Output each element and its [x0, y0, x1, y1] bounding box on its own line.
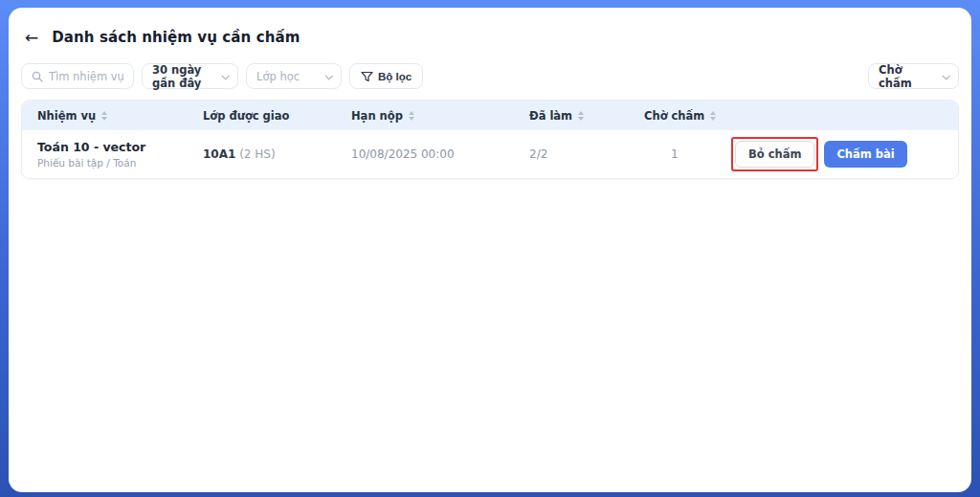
chevron-down-icon [324, 72, 332, 79]
status-select[interactable]: Chờ chấm [868, 63, 959, 89]
table-header-row: Nhiệm vụ Lớp được giao Hạn nộp Đã làm Ch… [22, 101, 958, 130]
class-cell: 10A1 (2 HS) [203, 147, 351, 161]
date-range-select[interactable]: 30 ngày gần đây [142, 63, 238, 89]
column-header-done[interactable]: Đã làm [529, 109, 644, 123]
done-value: 2/2 [529, 147, 644, 161]
filter-bar: 30 ngày gần đây Lớp học Bộ lọc Chờ chấm [21, 63, 959, 89]
filter-button[interactable]: Bộ lọc [349, 63, 423, 89]
pending-value: 1 [644, 147, 729, 161]
filter-button-label: Bộ lọc [378, 71, 412, 82]
click-annotation-box: Bỏ chấm [731, 137, 818, 171]
due-date-value: 10/08/2025 00:00 [351, 147, 529, 161]
task-table: Nhiệm vụ Lớp được giao Hạn nộp Đã làm Ch… [21, 100, 959, 179]
task-cell: Toán 10 - vector Phiếu bài tập / Toán [22, 140, 203, 169]
task-subtitle: Phiếu bài tập / Toán [37, 157, 203, 169]
column-header-label: Đã làm [529, 109, 572, 123]
remove-grading-button[interactable]: Bỏ chấm [735, 141, 814, 168]
column-header-label: Hạn nộp [351, 109, 403, 123]
back-arrow-icon[interactable]: ← [25, 30, 38, 46]
search-icon [32, 71, 43, 82]
sort-icon[interactable] [101, 111, 107, 121]
column-header-label: Nhiệm vụ [37, 109, 96, 123]
class-select[interactable]: Lớp học [246, 63, 342, 89]
chevron-down-icon [221, 72, 229, 79]
status-select-value: Chờ chấm [879, 63, 937, 90]
funnel-icon [361, 71, 373, 82]
row-actions: Bỏ chấm Chấm bài [729, 137, 958, 171]
class-size: (2 HS) [239, 147, 275, 161]
date-range-value: 30 ngày gần đây [152, 63, 216, 90]
grade-button[interactable]: Chấm bài [824, 141, 906, 168]
sort-icon[interactable] [710, 111, 716, 121]
column-header-label: Lớp được giao [203, 109, 289, 123]
column-header-due-date[interactable]: Hạn nộp [351, 109, 529, 123]
chevron-down-icon [942, 72, 949, 79]
column-header-class: Lớp được giao [203, 109, 351, 123]
sort-icon[interactable] [578, 111, 584, 121]
search-input[interactable] [49, 70, 123, 83]
page-title: Danh sách nhiệm vụ cần chấm [52, 29, 300, 46]
search-input-wrapper[interactable] [21, 63, 134, 89]
app-page: ← Danh sách nhiệm vụ cần chấm 30 ngày gầ… [9, 8, 971, 492]
column-header-label: Chờ chấm [644, 109, 704, 123]
sort-icon[interactable] [409, 111, 414, 121]
task-title: Toán 10 - vector [37, 140, 203, 154]
class-select-placeholder: Lớp học [256, 70, 300, 83]
column-header-pending[interactable]: Chờ chấm [644, 109, 729, 123]
column-header-task[interactable]: Nhiệm vụ [22, 109, 203, 123]
class-name: 10A1 [203, 147, 235, 161]
page-header: ← Danh sách nhiệm vụ cần chấm [25, 29, 959, 46]
table-row: Toán 10 - vector Phiếu bài tập / Toán 10… [22, 130, 958, 178]
